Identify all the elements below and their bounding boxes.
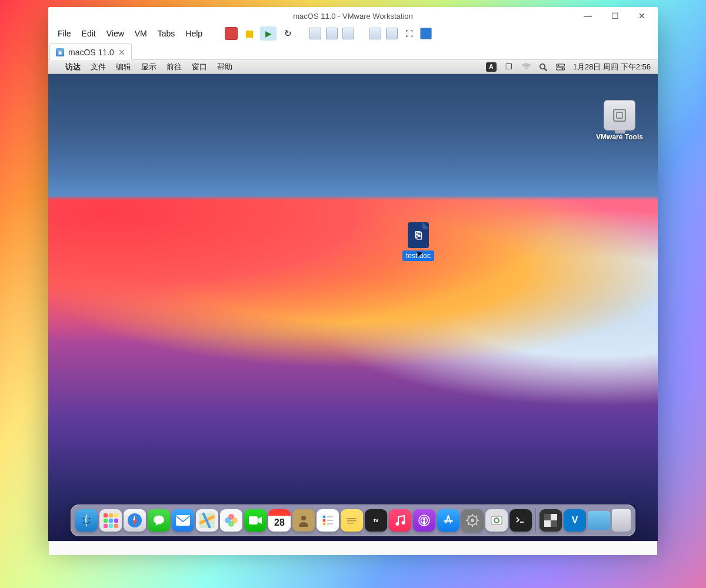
maximize-button[interactable]: ☐: [601, 7, 628, 25]
launchpad-app-icon[interactable]: [99, 509, 122, 532]
menu-view[interactable]: View: [102, 26, 129, 41]
svg-rect-22: [249, 516, 258, 524]
reminders-app-icon[interactable]: [317, 509, 339, 532]
control-center-icon[interactable]: [556, 62, 565, 71]
svg-marker-23: [258, 517, 262, 524]
pause-icon[interactable]: ▮▮: [242, 27, 255, 40]
svg-rect-31: [347, 518, 357, 519]
test-doc-label: test.doc: [402, 250, 434, 261]
svg-rect-32: [347, 520, 357, 522]
svg-rect-54: [544, 514, 551, 520]
safari-app-icon[interactable]: [124, 509, 146, 532]
photos-app-icon[interactable]: [220, 509, 242, 532]
thumbnail-icon[interactable]: [369, 28, 381, 39]
play-icon[interactable]: ▶: [260, 26, 277, 41]
datetime[interactable]: 1月28日 周四 下午2:56: [573, 62, 651, 72]
svg-point-9: [83, 518, 85, 520]
svg-point-14: [154, 516, 164, 524]
tv-app-icon[interactable]: tv: [365, 509, 387, 532]
power-off-icon[interactable]: [225, 27, 238, 40]
vm-tab[interactable]: ▣ macOS 11.0 ✕: [49, 44, 132, 60]
calendar-app-icon[interactable]: 28: [268, 509, 291, 532]
svg-line-46: [468, 516, 469, 517]
svg-rect-55: [551, 520, 557, 527]
svg-point-34: [396, 522, 399, 526]
podcasts-app-icon[interactable]: [413, 509, 435, 532]
menu-file[interactable]: File: [53, 26, 76, 41]
snapshot-icon[interactable]: [309, 28, 321, 39]
system-preferences-app-icon[interactable]: [461, 509, 484, 532]
snapshot-manager-icon[interactable]: [342, 28, 354, 39]
downloads-folder-icon[interactable]: [588, 511, 610, 530]
vscode-label: V: [572, 515, 578, 526]
svg-rect-6: [614, 109, 625, 121]
host-taskbar-fragment: [49, 541, 657, 555]
guest-screen[interactable]: 访达 文件 编辑 显示 前往 窗口 帮助 A ❐ 1月: [48, 60, 658, 541]
notes-app-icon[interactable]: [341, 509, 363, 532]
contacts-app-icon[interactable]: [292, 509, 315, 532]
facetime-app-icon[interactable]: [244, 509, 267, 532]
vm-tab-label: macOS 11.0: [68, 48, 114, 57]
chess-app-icon[interactable]: [540, 509, 562, 532]
messages-app-icon[interactable]: [148, 509, 170, 532]
svg-line-47: [475, 523, 477, 525]
svg-line-1: [545, 68, 547, 71]
macos-menubar: 访达 文件 编辑 显示 前往 窗口 帮助 A ❐ 1月: [48, 60, 658, 74]
menu-help-mac[interactable]: 帮助: [217, 62, 232, 72]
appstore-app-icon[interactable]: [437, 509, 459, 532]
vmware-tools-label: VMware Tools: [596, 133, 643, 141]
menu-go-mac[interactable]: 前往: [166, 62, 182, 72]
menu-edit-mac[interactable]: 编辑: [116, 62, 131, 72]
svg-point-24: [301, 516, 306, 520]
tv-label: tv: [374, 517, 378, 523]
dock-separator: [535, 509, 536, 532]
restart-icon[interactable]: ↻: [281, 27, 294, 40]
word-doc-icon: ⎘: [408, 222, 429, 248]
screen-mirror-icon[interactable]: ❐: [505, 62, 514, 71]
svg-line-48: [468, 523, 469, 525]
vscode-app-icon[interactable]: V: [564, 509, 586, 532]
svg-rect-26: [327, 516, 333, 517]
music-app-icon[interactable]: [389, 509, 411, 532]
terminal-app-icon[interactable]: [509, 509, 532, 532]
finder-app-icon[interactable]: [75, 509, 98, 532]
calendar-day: 28: [274, 517, 285, 528]
input-source-icon[interactable]: A: [486, 62, 497, 72]
snapshot-revert-icon[interactable]: [326, 28, 338, 39]
dock: 28 tv V: [71, 505, 635, 536]
test-doc-file[interactable]: ⎘ test.doc: [402, 222, 434, 261]
svg-rect-28: [327, 520, 333, 521]
svg-rect-33: [347, 523, 354, 524]
close-button[interactable]: ✕: [628, 7, 655, 25]
desktop-wallpaper[interactable]: VMware Tools ⎘ test.doc ➤ 28 tv: [48, 74, 658, 541]
mail-app-icon[interactable]: [172, 509, 194, 532]
finder-menu[interactable]: 访达: [65, 62, 81, 72]
spotlight-icon[interactable]: [539, 62, 548, 71]
svg-point-5: [561, 68, 563, 69]
disk-utility-app-icon[interactable]: [485, 509, 508, 532]
menu-vm[interactable]: VM: [130, 26, 152, 41]
menu-file-mac[interactable]: 文件: [91, 62, 106, 72]
vmware-tools-disk[interactable]: VMware Tools: [593, 100, 646, 141]
menu-view-mac[interactable]: 显示: [141, 62, 156, 72]
title-bar[interactable]: macOS 11.0 - VMware Workstation — ☐ ✕: [48, 7, 658, 25]
svg-point-25: [323, 516, 326, 519]
unity-icon[interactable]: [420, 28, 432, 39]
vmware-window: macOS 11.0 - VMware Workstation — ☐ ✕ Fi…: [48, 7, 658, 541]
svg-point-3: [557, 64, 559, 66]
menu-window-mac[interactable]: 窗口: [192, 62, 207, 72]
svg-rect-7: [617, 112, 622, 118]
menu-help[interactable]: Help: [181, 26, 207, 41]
trash-icon[interactable]: [612, 509, 631, 532]
fullscreen-icon[interactable]: ⛶: [402, 27, 415, 40]
vm-tabbar: ▣ macOS 11.0 ✕: [48, 42, 658, 60]
svg-point-27: [323, 519, 326, 522]
maps-app-icon[interactable]: [196, 509, 218, 532]
console-icon[interactable]: [386, 28, 398, 39]
svg-point-39: [423, 520, 425, 525]
tab-close-icon[interactable]: ✕: [118, 48, 125, 57]
menu-tabs[interactable]: Tabs: [153, 26, 180, 41]
menu-edit[interactable]: Edit: [77, 26, 101, 41]
minimize-button[interactable]: —: [574, 7, 601, 25]
wifi-icon[interactable]: [522, 62, 531, 71]
